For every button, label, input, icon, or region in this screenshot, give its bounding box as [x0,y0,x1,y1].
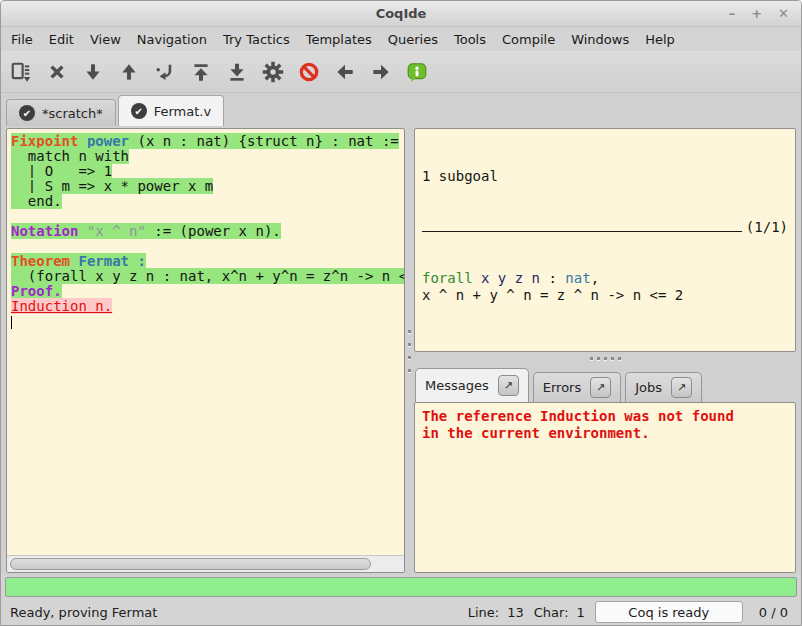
progress-bar [5,577,797,597]
tab-label: Jobs [635,380,662,395]
splitter-dot [590,357,593,360]
tab-messages[interactable]: Messages ↗ [415,368,529,402]
menubar: File Edit View Navigation Try Tactics Te… [1,27,801,51]
code-line: match n with [11,149,402,164]
separator-line [422,231,742,232]
go-to-cursor-icon [154,61,176,83]
restart-button[interactable] [257,55,289,89]
checkmark-icon: ✔ [131,103,147,119]
menu-help[interactable]: Help [637,29,683,50]
about-info-icon [406,61,428,83]
titlebar[interactable]: CoqIde – + ✕ [1,1,801,27]
code-line: end. [11,194,402,209]
subgoal-count: 1 subgoal [422,168,788,185]
next-occurrence-button[interactable] [365,55,397,89]
menu-edit[interactable]: Edit [41,29,82,50]
go-to-start-icon [190,61,212,83]
splitter-dot [604,357,607,360]
code-line [11,239,402,254]
code-line [11,314,402,329]
tab-errors[interactable]: Errors ↗ [533,372,621,402]
go-to-cursor-button[interactable] [149,55,181,89]
splitter-dot [618,357,621,360]
splitter-dot [408,343,411,346]
horizontal-splitter[interactable] [414,352,796,365]
interrupt-button[interactable] [293,55,325,89]
go-to-end-button[interactable] [221,55,253,89]
tab-scratch[interactable]: ✔ *scratch* [6,99,116,126]
goal-pane: 1 subgoal (1/1) forall x y z n : nat,x ^… [414,128,796,352]
previous-occurrence-button[interactable] [329,55,361,89]
tab-label: Fermat.v [154,104,211,119]
editor-horizontal-scrollbar[interactable] [7,555,404,572]
save-icon [10,61,32,83]
menu-view[interactable]: View [82,29,129,50]
menu-windows[interactable]: Windows [563,29,637,50]
char-label: Char: [534,605,569,620]
maximize-button[interactable]: + [751,7,762,20]
tab-jobs[interactable]: Jobs ↗ [625,372,702,402]
backward-one-icon [118,61,140,83]
scrollbar-thumb[interactable] [10,558,371,570]
menu-queries[interactable]: Queries [380,29,446,50]
close-icon [46,61,68,83]
backward-one-command-button[interactable] [113,55,145,89]
menu-try-tactics[interactable]: Try Tactics [215,29,298,50]
goal-counter: (1/1) [746,219,788,236]
messages-pane: The reference Induction was not foundin … [414,402,796,573]
save-button[interactable] [5,55,37,89]
menu-templates[interactable]: Templates [298,29,380,50]
splitter-dot [408,356,411,359]
toolbar [1,51,801,93]
splitter-dot [408,330,411,333]
go-to-start-button[interactable] [185,55,217,89]
about-button[interactable] [401,55,433,89]
char-value: 1 [577,605,585,620]
forward-one-command-button[interactable] [77,55,109,89]
code-line: | O => 1 [11,164,402,179]
detach-arrow-icon: ↗ [677,381,686,394]
forward-one-icon [82,61,104,83]
detach-arrow-icon: ↗ [504,379,513,392]
code-line: (forall x y z n : nat, x^n + y^n = z^n -… [11,269,402,284]
tab-fermat[interactable]: ✔ Fermat.v [118,95,224,126]
go-to-end-icon [226,61,248,83]
code-line: in the current environment. [422,425,788,442]
code-line: Notation "x ^ n" := (power x n). [11,224,402,239]
close-buffer-button[interactable] [41,55,73,89]
menu-compile[interactable]: Compile [494,29,563,50]
tab-label: Errors [543,380,581,395]
splitter-dot [611,357,614,360]
checkmark-icon: ✔ [19,105,35,121]
coqide-window: CoqIde – + ✕ File Edit View Navigation T… [0,0,802,626]
tab-label: Messages [425,378,489,393]
close-button[interactable]: ✕ [778,7,789,20]
vertical-splitter[interactable] [405,128,414,573]
right-column: 1 subgoal (1/1) forall x y z n : nat,x ^… [414,128,796,573]
window-controls: – + ✕ [729,1,789,26]
status-bar: Ready, proving Fermat Line: 13 Char: 1 C… [1,599,801,625]
status-text: Ready, proving Fermat [10,605,458,620]
splitter-dot [597,357,600,360]
detach-button[interactable]: ↗ [590,377,611,398]
tab-label: *scratch* [42,106,103,121]
line-label: Line: [468,605,499,620]
menu-file[interactable]: File [3,29,41,50]
jobs-counter: 0 / 0 [759,605,788,620]
menu-navigation[interactable]: Navigation [129,29,215,50]
splitter-dot [408,369,411,372]
menu-tools[interactable]: Tools [446,29,494,50]
goal-statement: forall x y z n : nat,x ^ n + y ^ n = z ^… [422,270,788,304]
line-value: 13 [507,605,524,620]
detach-button[interactable]: ↗ [498,375,519,396]
code-line: The reference Induction was not found [422,408,788,425]
code-line: x ^ n + y ^ n = z ^ n -> n <= 2 [422,287,788,304]
message-tab-bar: Messages ↗ Errors ↗ Jobs ↗ [414,365,796,402]
previous-icon [334,61,356,83]
script-editor-pane[interactable]: Fixpoint power (x n : nat) {struct n} : … [6,128,405,573]
detach-button[interactable]: ↗ [671,377,692,398]
script-editor-text[interactable]: Fixpoint power (x n : nat) {struct n} : … [7,129,404,555]
coq-status-button[interactable]: Coq is ready [595,601,743,623]
minimize-button[interactable]: – [729,7,736,20]
code-line: | S m => x * power x m [11,179,402,194]
